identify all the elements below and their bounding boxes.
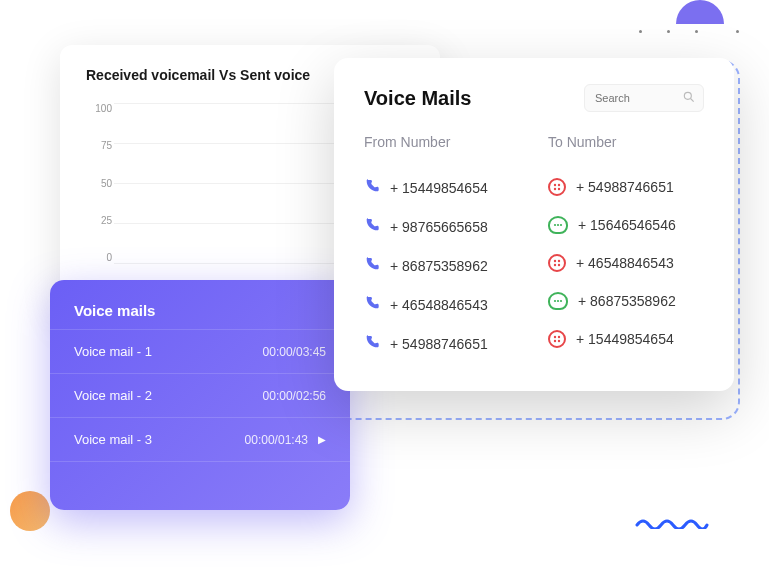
from-number-row[interactable]: + 98765665658 <box>364 207 520 246</box>
y-tick: 50 <box>86 178 112 189</box>
phone-number: + 46548846543 <box>390 297 488 313</box>
decor-wave-icon <box>635 515 709 529</box>
svg-point-8 <box>560 224 562 226</box>
status-dots-icon <box>548 254 566 272</box>
chart-y-axis: 100 75 50 25 0 <box>86 103 112 263</box>
to-number-row[interactable]: + 15449854654 <box>548 320 704 358</box>
from-number-row[interactable]: + 86875358962 <box>364 246 520 285</box>
phone-icon <box>364 295 380 314</box>
to-number-row[interactable]: + 15646546546 <box>548 206 704 244</box>
phone-number: + 46548846543 <box>576 255 674 271</box>
status-dots-icon <box>548 330 566 348</box>
voicemail-list-card: Voice mails Voice mail - 100:00/03:45Voi… <box>50 280 350 510</box>
decor-circle-bottom <box>10 491 50 531</box>
y-tick: 0 <box>86 252 112 263</box>
svg-point-0 <box>684 92 691 99</box>
search-wrap <box>584 84 704 112</box>
phone-number: + 15646546546 <box>578 217 676 233</box>
status-dots-icon <box>548 292 568 310</box>
voicemail-row[interactable]: Voice mail - 200:00/02:56 <box>50 373 350 417</box>
phone-icon <box>364 178 380 197</box>
svg-point-6 <box>554 224 556 226</box>
to-column-header: To Number <box>548 134 704 150</box>
phone-icon <box>364 334 380 353</box>
svg-point-12 <box>558 264 560 266</box>
voicemail-duration: 00:00/01:43 <box>245 433 308 447</box>
voicemail-row[interactable]: Voice mail - 100:00/03:45 <box>50 329 350 373</box>
status-dots-icon <box>548 178 566 196</box>
svg-point-4 <box>554 188 556 190</box>
svg-point-14 <box>557 300 559 302</box>
to-column: To Number + 54988746651+ 15646546546+ 46… <box>548 134 704 363</box>
svg-point-13 <box>554 300 556 302</box>
search-icon <box>682 90 696 104</box>
phone-number: + 15449854654 <box>576 331 674 347</box>
play-icon[interactable]: ▶ <box>318 435 326 445</box>
voicemail-name: Voice mail - 3 <box>74 432 152 447</box>
voicemail-name: Voice mail - 2 <box>74 388 152 403</box>
svg-point-5 <box>558 188 560 190</box>
from-column-header: From Number <box>364 134 520 150</box>
svg-point-2 <box>554 184 556 186</box>
voicemail-name: Voice mail - 1 <box>74 344 152 359</box>
voicemail-row[interactable]: Voice mail - 300:00/01:43▶ <box>50 417 350 462</box>
y-tick: 100 <box>86 103 112 114</box>
phone-icon <box>364 217 380 236</box>
svg-line-1 <box>691 99 694 102</box>
status-dots-icon <box>548 216 568 234</box>
voicemails-modal: Voice Mails From Number + 15449854654+ 9… <box>334 58 734 391</box>
y-tick: 75 <box>86 140 112 151</box>
svg-point-19 <box>558 340 560 342</box>
to-number-row[interactable]: + 46548846543 <box>548 244 704 282</box>
svg-point-11 <box>554 264 556 266</box>
svg-point-7 <box>557 224 559 226</box>
phone-icon <box>364 256 380 275</box>
svg-point-16 <box>554 336 556 338</box>
from-number-row[interactable]: + 46548846543 <box>364 285 520 324</box>
phone-number: + 54988746651 <box>390 336 488 352</box>
y-tick: 25 <box>86 215 112 226</box>
to-number-row[interactable]: + 54988746651 <box>548 168 704 206</box>
svg-point-9 <box>554 260 556 262</box>
voicemail-duration: 00:00/03:45 <box>263 345 326 359</box>
voicemail-duration: 00:00/02:56 <box>263 389 326 403</box>
phone-number: + 98765665658 <box>390 219 488 235</box>
phone-number: + 15449854654 <box>390 180 488 196</box>
svg-point-3 <box>558 184 560 186</box>
from-number-row[interactable]: + 54988746651 <box>364 324 520 363</box>
phone-number: + 54988746651 <box>576 179 674 195</box>
to-number-row[interactable]: + 86875358962 <box>548 282 704 320</box>
from-column: From Number + 15449854654+ 98765665658+ … <box>364 134 520 363</box>
svg-point-15 <box>560 300 562 302</box>
modal-title: Voice Mails <box>364 87 471 110</box>
svg-point-17 <box>558 336 560 338</box>
phone-number: + 86875358962 <box>390 258 488 274</box>
decor-dots <box>639 30 739 44</box>
from-number-row[interactable]: + 15449854654 <box>364 168 520 207</box>
svg-point-18 <box>554 340 556 342</box>
svg-point-10 <box>558 260 560 262</box>
voicemail-list-title: Voice mails <box>50 302 350 329</box>
phone-number: + 86875358962 <box>578 293 676 309</box>
